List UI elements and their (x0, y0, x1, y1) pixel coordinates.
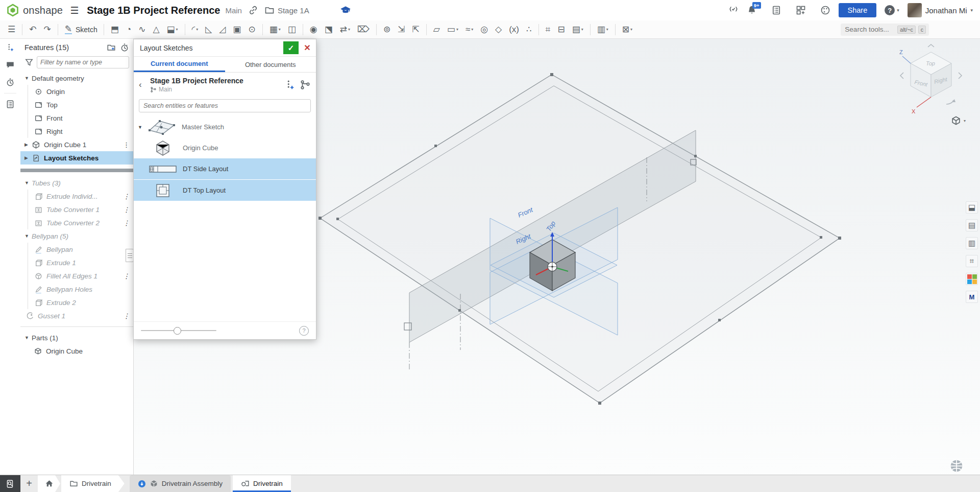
expand-arrow-icon[interactable]: ▶ (24, 142, 32, 147)
show-changes-icon[interactable] (120, 43, 129, 52)
loft-icon[interactable]: △ (153, 25, 159, 34)
revolve-icon[interactable]: ◔ (126, 25, 131, 34)
search-tabs-button[interactable] (0, 475, 20, 492)
appearance-icon[interactable] (820, 5, 830, 15)
dialog-row-dt-top-layout[interactable]: DT Top Layout (134, 180, 316, 201)
delete-part-icon[interactable]: ⌦ (357, 25, 370, 34)
search-tools[interactable]: alt/~c c (841, 24, 929, 36)
frame-icon[interactable]: ⌗ (546, 25, 551, 34)
collapse-arrow-icon[interactable]: ▼ (24, 76, 32, 81)
view-cube[interactable]: Top Front Right Z X (897, 44, 965, 120)
part-row-origin-cube[interactable]: Origin Cube (28, 344, 133, 358)
tab-current-document[interactable]: Current document (134, 57, 225, 72)
feature-row-tube-converter-1[interactable]: Tube Converter 1 ⋮ (28, 203, 133, 216)
feature-row-bellypan-holes[interactable]: Bellypan Holes (28, 283, 133, 296)
share-button[interactable]: Share (839, 3, 877, 17)
feature-row-extrude-1[interactable]: Extrude 1 (28, 256, 133, 269)
history-icon[interactable] (0, 74, 20, 91)
version-tree-icon[interactable] (300, 79, 311, 90)
onshape-logo[interactable]: onshape (0, 4, 63, 17)
surface-icon[interactable]: ▭▾ (447, 25, 458, 34)
back-chevron-icon[interactable]: ‹ (139, 80, 150, 90)
feature-row-extrude-2[interactable]: Extrude 2 (28, 296, 133, 309)
extrude-icon[interactable]: ⬒ (111, 25, 119, 34)
helix-icon[interactable]: ◎ (480, 25, 488, 34)
insert-feature-icon[interactable] (284, 79, 296, 90)
help-menu[interactable]: ? ▾ (885, 5, 899, 15)
feature-filter-input[interactable] (37, 56, 129, 68)
weldment-icon[interactable]: ▤▾ (572, 25, 583, 34)
viewcube-top-label[interactable]: Top (926, 60, 935, 66)
fillet-icon[interactable]: ◜▾ (192, 25, 199, 34)
new-folder-icon[interactable] (107, 43, 116, 52)
tab-other-documents[interactable]: Other documents (225, 57, 316, 72)
feature-row-gusset-1[interactable]: Gusset 1 ⋮ (20, 309, 133, 322)
custom-tables-panel-icon[interactable]: ⌗ (966, 255, 978, 267)
feature-row-tube-converter-2[interactable]: Tube Converter 2 ⋮ (28, 216, 133, 229)
draft-icon[interactable]: ◿ (219, 25, 226, 34)
sketch-icon[interactable]: ✎ (65, 25, 72, 34)
drag-handle-icon[interactable]: ⋮ (123, 206, 129, 214)
globe-icon[interactable] (949, 459, 964, 473)
feature-row-tubes-group[interactable]: ▼ Tubes (3) (20, 176, 133, 190)
feature-row-origin[interactable]: Origin (28, 85, 133, 98)
collapse-arrow-icon[interactable]: ▼ (24, 335, 32, 340)
hole-icon[interactable]: ⊙ (248, 25, 255, 34)
dialog-row-master-sketch[interactable]: ▼ Master Sketch (134, 116, 316, 137)
learning-center-icon[interactable] (340, 5, 351, 15)
measure-panel-icon[interactable]: ⬓ (966, 201, 978, 214)
colored-app-icon[interactable] (966, 273, 978, 285)
comments-icon[interactable] (0, 56, 20, 74)
drag-handle-icon[interactable]: ⋮ (123, 193, 129, 200)
linear-pattern-icon[interactable]: ▦▾ (270, 25, 281, 34)
shell-icon[interactable]: ▣ (233, 25, 241, 34)
feature-row-extrude-individual[interactable]: Extrude Individ... ⋮ (28, 190, 133, 203)
feature-row-bellypan-sketch[interactable]: Bellypan (28, 243, 133, 256)
feature-row-default-geometry[interactable]: ▼ Default geometry (20, 72, 133, 85)
variable-icon[interactable]: (x) (509, 25, 519, 34)
add-tab-button[interactable]: + (20, 475, 38, 492)
expand-arrow-icon[interactable]: ▶ (24, 155, 32, 160)
home-tab-button[interactable] (38, 475, 60, 492)
confirm-button[interactable]: ✓ (283, 41, 299, 54)
redo-icon[interactable]: ↷ (44, 25, 51, 34)
drag-handle-icon[interactable]: ⋮ (123, 312, 129, 320)
collapse-arrow-icon[interactable]: ▼ (24, 233, 32, 239)
feature-row-origin-cube-1[interactable]: ▶ Origin Cube 1 ⋮ (20, 138, 133, 151)
drag-handle-icon[interactable]: ⋮ (123, 141, 129, 149)
slider-knob[interactable] (174, 327, 181, 335)
drag-handle-icon[interactable]: ⋮ (123, 272, 129, 280)
release-tasks-icon[interactable] (771, 5, 781, 15)
feature-row-right-plane[interactable]: Right (28, 125, 133, 138)
undo-icon[interactable]: ↶ (29, 25, 36, 34)
user-menu[interactable]: Jonathan Mi ▾ (908, 3, 973, 17)
cancel-button[interactable]: ✕ (301, 41, 314, 54)
curves-icon[interactable]: ≈▾ (465, 25, 473, 34)
composite-part-icon[interactable]: ⊚ (383, 25, 390, 34)
bom-panel-icon[interactable]: ▤ (966, 219, 978, 231)
feature-row-fillet-all-edges-1[interactable]: Fillet All Edges 1 ⋮ (28, 269, 133, 283)
drag-handle-icon[interactable]: ⋮ (123, 219, 129, 227)
sweep-icon[interactable]: ∿ (138, 25, 145, 34)
boolean-icon[interactable]: ◉ (310, 25, 317, 34)
feature-row-bellypan-group[interactable]: ▼ Bellypan (5) (20, 229, 133, 243)
avatar[interactable] (908, 3, 922, 17)
tab-drivetrain-assembly[interactable]: Drivetrain Assembly (130, 475, 231, 492)
thumbnail-size-slider[interactable] (141, 330, 216, 331)
release-management-icon[interactable] (0, 96, 20, 113)
chamfer-icon[interactable]: ◺ (205, 25, 212, 34)
origin-marker[interactable] (548, 262, 557, 271)
view-options-button[interactable]: ▾ (951, 115, 966, 126)
notifications-icon[interactable]: 9+ (747, 5, 757, 15)
link-icon[interactable] (248, 5, 258, 15)
feature-row-front-plane[interactable]: Front (28, 111, 133, 125)
collapse-arrow-icon[interactable]: ▼ (138, 125, 146, 130)
configurations-panel-icon[interactable]: ▥ (966, 237, 978, 249)
feature-list-toggle-icon[interactable]: ☰ (8, 25, 15, 34)
workspace-name[interactable]: Main (225, 6, 242, 15)
feature-row-layout-sketches[interactable]: ▶ Layout Sketches (20, 151, 133, 165)
plane-icon[interactable]: ▱ (433, 25, 440, 34)
tube-icon[interactable]: ⊟ (557, 25, 565, 34)
thicken-icon[interactable]: ⬓▾ (166, 25, 178, 34)
transform-icon[interactable]: ⇄▾ (340, 25, 350, 34)
